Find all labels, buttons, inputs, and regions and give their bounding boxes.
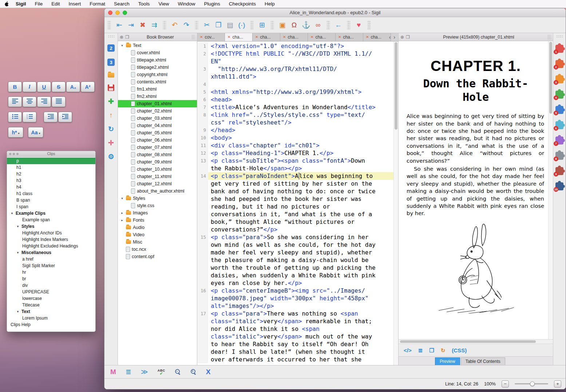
plugin-9-puzzle-icon[interactable]: 9 [555,167,563,175]
clip-item-br[interactable]: br [7,276,95,282]
drag-handle-icon[interactable] [556,35,563,37]
tree-item-chapter-08-xhtml[interactable]: chapter_08.xhtml [118,151,197,158]
cut-icon[interactable]: ✂ [203,21,211,28]
clip-item-div[interactable]: div [7,282,95,289]
clip-item-example-span[interactable]: Example span [7,217,95,223]
clips-titlebar[interactable]: Clips [7,151,95,157]
tree-item-copyright-xhtml[interactable]: copyright.xhtml [118,71,197,78]
menu-insert[interactable]: Insert [69,1,81,7]
code-editor[interactable]: 1<?xml version="1.0" encoding="utf-8"?>2… [197,41,398,365]
tree-item-chapter-01-xhtml[interactable]: chapter_01.xhtml [118,100,197,107]
generate-toc-icon[interactable]: ≫ [141,368,148,375]
tree-item-chapter-06-xhtml[interactable]: chapter_06.xhtml [118,136,197,144]
editor-tab-3[interactable]: ✕cha... [280,33,308,41]
zoom-out-button[interactable]: − [502,380,509,388]
clip-item-example-clips[interactable]: ▼Example Clips [7,210,95,217]
clip-item-text[interactable]: ▼Text [7,308,95,315]
menu-tools[interactable]: Tools [138,1,150,7]
bold-button[interactable]: B [8,82,22,92]
clip-item-highlight-excluded-headings[interactable]: Highlight Excluded Headings [7,243,95,249]
zoom-out-icon[interactable]: − [175,369,181,375]
checkpoint-2-icon[interactable]: 2 [107,44,115,52]
upload-icon[interactable]: ↑ [109,112,113,119]
tab-close-icon[interactable]: ✕ [338,35,341,39]
editor-scroll-thumb[interactable] [395,42,397,130]
tree-item-titlepage2-xhtml[interactable]: titlepage2.xhtml [118,64,197,71]
copy-icon[interactable]: ❐ [214,21,222,28]
drag-handle-icon[interactable] [547,35,551,40]
expanded-triangle-icon[interactable]: ▾ [120,197,124,200]
zoom-in-icon[interactable]: + [190,369,197,375]
tree-item-images[interactable]: ▸Images [118,209,197,217]
app-menu-title[interactable]: Sigil [16,1,26,7]
clip-item-h4[interactable]: h4 [7,184,95,190]
clip-item-highlight-anchor-ids[interactable]: Highlight Anchor IDs [7,230,95,236]
preview-vscrollbar[interactable] [548,41,553,339]
toolbar-drag-handle-icon[interactable] [347,20,350,30]
align-right-button[interactable] [37,96,51,107]
undo-icon[interactable]: ↶ [171,21,179,28]
toolbar-drag-handle-icon[interactable] [327,20,330,30]
clip-item-miscellaneous[interactable]: ▼Miscellaneous [7,249,95,256]
checkpoint-restore-icon[interactable]: ⇥ [127,21,135,28]
checkpoint-diff-icon[interactable]: ⇉ [150,21,158,28]
reload-preview-icon[interactable]: ↻ [441,348,446,353]
sigil-x-icon[interactable]: X [206,368,211,375]
zoom-slider-thumb[interactable] [530,381,535,386]
open-folder-icon[interactable] [108,73,114,78]
tree-item-chapter-03-xhtml[interactable]: chapter_03.xhtml [118,115,197,122]
clip-item-sigil-split-marker[interactable]: Sigil Split Marker [7,262,95,269]
split-marker-icon[interactable]: ✛ [108,139,114,146]
checkpoint-3-icon[interactable]: 3 [107,59,115,66]
heading-select-button[interactable]: h*▾ [8,127,23,138]
drag-handle-icon[interactable] [191,35,195,40]
clip-item-clips-help[interactable]: Clips Help [7,321,95,328]
tree-item-about-the-author-xhtml[interactable]: about_the_author.xhtml [118,187,197,195]
clip-item-p[interactable]: p [7,158,95,164]
plugin-2-puzzle-icon[interactable]: 2 [555,60,563,68]
insert-anchor-icon[interactable]: ⚓ [302,21,310,28]
insert-image-icon[interactable]: ▣ [278,21,286,28]
scroll-tabs-right-icon[interactable]: › [393,34,395,40]
css-selector-icon[interactable]: (CSS) [452,348,467,353]
subscript-button[interactable]: A₂ [66,82,80,92]
tab-close-icon[interactable]: ✕ [200,35,203,39]
tree-item-chapter-11-xhtml[interactable]: chapter_11.xhtml [118,173,197,180]
apple-menu-icon[interactable] [4,1,9,7]
plugin-5-puzzle-icon[interactable]: 5 [555,106,563,114]
close-panel-icon[interactable]: ⊗ [400,35,404,39]
tree-item-misc[interactable]: Misc [118,238,197,246]
settings-gear-icon[interactable]: ⚙ [108,153,114,160]
clip-item-lowercase[interactable]: lowercase [7,295,95,302]
bullet-list-button[interactable] [8,112,22,122]
tab-close-icon[interactable]: ✕ [366,35,369,39]
outdent-button[interactable] [44,112,58,122]
editor-tab-0[interactable]: ✕cov... [197,33,225,41]
save-icon[interactable] [108,84,114,91]
plugin-1-puzzle-icon[interactable]: 1 [555,45,563,53]
checkpoint-save-icon[interactable]: ⇤ [115,21,123,28]
menu-window[interactable]: Window [178,1,195,7]
metadata-editor-icon[interactable]: ≣ [126,368,131,375]
collapsed-triangle-icon[interactable]: ▸ [120,218,124,222]
superscript-button[interactable]: A² [81,82,95,92]
editor-tab-5[interactable]: ✕cha... [336,33,363,41]
add-file-icon[interactable]: ✚ [108,98,114,105]
numbered-list-button[interactable]: 123 [23,112,36,122]
tree-item-contents-xhtml[interactable]: contents.xhtml [118,78,197,86]
tree-item-fm2-xhtml[interactable]: fm2.xhtml [118,93,197,100]
toolbar-drag-handle-icon[interactable] [250,20,253,30]
tab-close-icon[interactable]: ✕ [283,35,286,39]
menu-help[interactable]: Help [265,1,275,7]
tree-item-chapter-04-xhtml[interactable]: chapter_04.xhtml [118,122,197,129]
copy-selection-icon[interactable]: ❐ [429,348,434,353]
expanded-triangle-icon[interactable]: ▾ [120,44,124,47]
clip-item-titlecase[interactable]: Titlecase [7,302,95,308]
indent-button[interactable] [58,112,72,122]
clip-item-highlight-index-markers[interactable]: Highlight Index Markers [7,236,95,243]
plugin-8-puzzle-icon[interactable]: 8 [555,152,563,160]
tab-close-icon[interactable]: ✕ [310,35,313,39]
align-left-button[interactable] [8,96,22,107]
plugin-7-puzzle-icon[interactable]: 7 [555,136,563,144]
preview-tab-preview[interactable]: Preview [435,357,460,365]
